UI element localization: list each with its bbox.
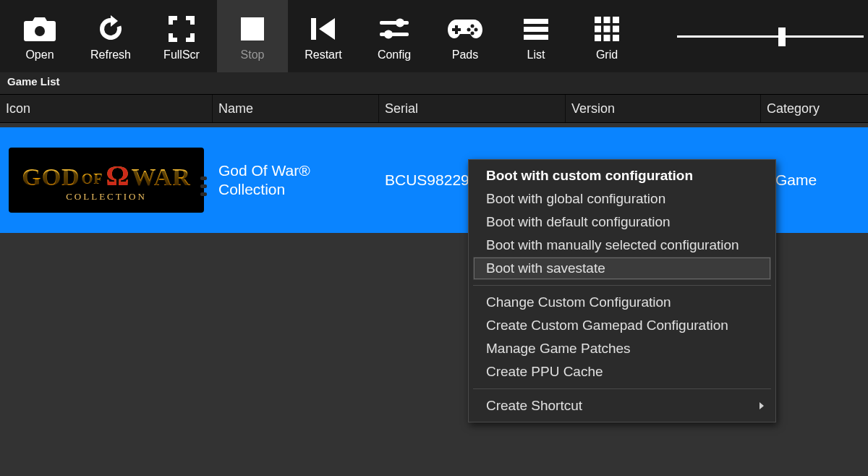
- open-button[interactable]: Open: [4, 0, 75, 72]
- list-icon: [522, 11, 550, 47]
- menu-create-shortcut[interactable]: Create Shortcut: [470, 394, 774, 417]
- game-name-cell: God Of War® Collection: [213, 161, 379, 200]
- menu-create-gamepad-config[interactable]: Create Custom Gamepad Configuration: [470, 314, 774, 337]
- svg-rect-21: [613, 26, 619, 33]
- config-label: Config: [378, 48, 411, 61]
- list-button[interactable]: List: [501, 0, 571, 72]
- menu-boot-savestate[interactable]: Boot with savestate: [473, 257, 771, 280]
- svg-rect-20: [604, 26, 610, 33]
- toolbar: Open Refresh FullScr Stop Restart: [0, 0, 868, 72]
- svg-rect-13: [524, 19, 548, 24]
- svg-rect-24: [613, 35, 619, 41]
- slider-thumb[interactable]: [778, 27, 786, 46]
- gamepad-icon: [447, 11, 483, 47]
- svg-rect-16: [595, 17, 601, 23]
- sliders-icon: [378, 11, 410, 47]
- menu-boot-manual[interactable]: Boot with manually selected configuratio…: [470, 234, 774, 257]
- menu-change-custom-config[interactable]: Change Custom Configuration: [470, 291, 774, 314]
- svg-point-11: [471, 32, 475, 35]
- stop-label: Stop: [241, 48, 265, 61]
- list-label: List: [527, 48, 545, 61]
- pads-button[interactable]: Pads: [430, 0, 501, 72]
- camera-icon: [23, 11, 56, 47]
- svg-point-6: [384, 30, 393, 39]
- menu-boot-global[interactable]: Boot with global configuration: [470, 187, 774, 211]
- grid-button[interactable]: Grid: [571, 0, 642, 72]
- svg-point-9: [471, 25, 475, 28]
- game-logo: GODOFΩWAR COLLECTION: [9, 148, 204, 213]
- icon-size-slider[interactable]: [677, 35, 864, 38]
- column-icon[interactable]: Icon: [0, 95, 213, 122]
- svg-rect-8: [452, 28, 461, 31]
- game-category-cell: Game: [761, 171, 868, 189]
- stop-button[interactable]: Stop: [217, 0, 288, 72]
- fullscreen-icon: [167, 11, 196, 47]
- menu-boot-default[interactable]: Boot with default configuration: [470, 211, 774, 234]
- svg-rect-22: [595, 35, 601, 41]
- restart-label: Restart: [305, 48, 342, 61]
- refresh-button[interactable]: Refresh: [75, 0, 146, 72]
- context-menu: Boot with custom configuration Boot with…: [468, 159, 776, 422]
- svg-rect-17: [604, 17, 610, 23]
- chevron-right-icon: [760, 402, 764, 409]
- svg-rect-23: [604, 35, 610, 41]
- svg-rect-14: [524, 27, 548, 32]
- column-version[interactable]: Version: [566, 95, 761, 122]
- grid-label: Grid: [596, 48, 618, 61]
- menu-create-ppu-cache[interactable]: Create PPU Cache: [470, 360, 774, 383]
- section-label: Game List: [0, 72, 868, 94]
- table-header: Icon Name Serial Version Category: [0, 94, 868, 123]
- open-label: Open: [25, 48, 54, 61]
- column-name[interactable]: Name: [213, 95, 379, 122]
- column-serial[interactable]: Serial: [379, 95, 566, 122]
- svg-rect-2: [311, 18, 316, 40]
- svg-point-12: [467, 28, 471, 32]
- menu-manage-patches[interactable]: Manage Game Patches: [470, 337, 774, 360]
- menu-separator: [473, 388, 771, 389]
- svg-rect-15: [524, 35, 548, 40]
- menu-boot-custom[interactable]: Boot with custom configuration: [470, 164, 774, 187]
- svg-rect-19: [595, 26, 601, 33]
- svg-rect-18: [613, 17, 619, 23]
- grid-icon: [593, 11, 621, 47]
- svg-point-10: [475, 28, 478, 32]
- menu-create-shortcut-label: Create Shortcut: [486, 398, 582, 413]
- table-body: GODOFΩWAR COLLECTION God Of War® Collect…: [0, 127, 868, 476]
- svg-point-5: [396, 19, 404, 27]
- restart-icon: [309, 11, 338, 47]
- svg-point-0: [35, 26, 45, 36]
- game-icon-cell: GODOFΩWAR COLLECTION: [0, 127, 213, 233]
- refresh-icon: [95, 11, 126, 47]
- restart-button[interactable]: Restart: [288, 0, 359, 72]
- refresh-label: Refresh: [90, 48, 131, 61]
- fullscreen-button[interactable]: FullScr: [146, 0, 217, 72]
- config-button[interactable]: Config: [359, 0, 430, 72]
- pads-label: Pads: [452, 48, 478, 61]
- menu-separator: [473, 285, 771, 286]
- fullscreen-label: FullScr: [163, 48, 200, 61]
- stop-icon: [240, 11, 265, 47]
- column-category[interactable]: Category: [761, 95, 868, 122]
- svg-rect-1: [241, 17, 264, 41]
